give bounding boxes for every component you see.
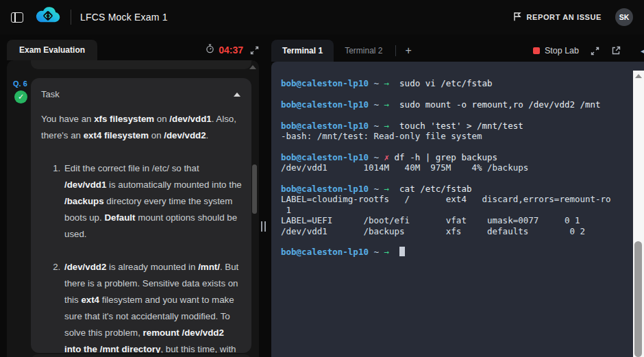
exam-tab-row: Exam Evaluation 04:37 [7, 40, 259, 60]
expand-panel-icon[interactable] [250, 46, 259, 55]
kodekloud-logo-icon [34, 5, 62, 29]
tab-divider [395, 45, 396, 56]
terminal-line: bob@caleston-lp10 ~ → [281, 247, 630, 257]
timer-value: 04:37 [219, 45, 243, 56]
task-step: /dev/vdd2 is already mounted in /mnt/. B… [63, 259, 242, 353]
report-an-issue-button[interactable]: REPORT AN ISSUE [513, 12, 602, 23]
topbar-divider [71, 10, 71, 25]
collapse-caret-icon[interactable] [234, 93, 240, 97]
question-number: Q. 6 [13, 79, 27, 88]
terminal-scroll-up-icon[interactable] [635, 74, 642, 78]
terminal-line [281, 236, 630, 247]
next-question-card-edge [31, 354, 251, 357]
task-paragraph: You have an xfs filesystem on /dev/vdd1.… [41, 111, 242, 144]
terminal-screen[interactable]: bob@caleston-lp10 ~ → sudo vi /etc/fstab… [271, 62, 644, 357]
terminal-line [281, 110, 630, 120]
fullscreen-icon[interactable] [591, 47, 599, 56]
terminal-line: bob@caleston-lp10 ~ ✗ df -h | grep backu… [281, 152, 630, 162]
previous-question-card-edge [31, 60, 251, 69]
terminal-line: /dev/vdd1 1014M 40M 975M 4% /backups [281, 162, 630, 173]
open-in-new-window-icon[interactable] [611, 46, 621, 56]
terminal-line: bob@caleston-lp10 ~ → sudo vi /etc/fstab [281, 78, 630, 88]
flag-icon [513, 12, 521, 23]
stop-lab-label: Stop Lab [545, 46, 579, 56]
terminal-line: LABEL=cloudimg-rootfs / ext4 discard,err… [281, 194, 630, 204]
task-steps: Edit the correct file in /etc/ so that /… [41, 160, 242, 353]
task-step: Edit the correct file in /etc/ so that /… [63, 160, 242, 243]
exam-panel: Q. 6 ✓ Task You have an xfs filesystem o… [7, 60, 259, 357]
terminal-line: 1 [281, 205, 630, 215]
stopwatch-icon [206, 44, 214, 56]
terminal-line: LABEL=UEFI /boot/efi vfat umask=0077 0 1 [281, 215, 630, 225]
terminal-line: /dev/vdd1 /backups xfs defaults 0 2 [281, 226, 630, 236]
panel-resize-handle[interactable] [261, 221, 267, 232]
stop-lab-button[interactable]: Stop Lab [533, 46, 579, 56]
terminal-line [281, 88, 630, 99]
task-card-title: Task [41, 89, 60, 99]
question-solved-check-icon: ✓ [14, 90, 27, 103]
terminal-output[interactable]: bob@caleston-lp10 ~ → sudo vi /etc/fstab… [281, 78, 630, 357]
top-bar: LFCS Mock Exam 1 REPORT AN ISSUE SK [0, 0, 644, 34]
add-terminal-button[interactable]: + [397, 45, 420, 57]
terminal-tab-row: Terminal 1 Terminal 2 + Stop Lab ◂ [271, 40, 644, 62]
terminal-line [281, 173, 630, 184]
task-description: You have an xfs filesystem on /dev/vdd1.… [31, 99, 251, 353]
panel-scrollbar[interactable] [252, 164, 257, 214]
terminal-scrollbar-track[interactable] [633, 71, 644, 357]
exam-timer: 04:37 [206, 44, 243, 56]
terminal-line: bob@caleston-lp10 ~ → touch 'test' > /mn… [281, 121, 630, 131]
tab-terminal-1[interactable]: Terminal 1 [271, 40, 334, 62]
terminal-cursor [399, 247, 405, 256]
panel-scroll-up-icon[interactable] [249, 65, 256, 69]
avatar[interactable]: SK [615, 8, 633, 26]
app-window: LFCS Mock Exam 1 REPORT AN ISSUE SK Exam… [0, 0, 644, 357]
sidebar-toggle-icon[interactable] [11, 12, 23, 23]
task-card: Task You have an xfs filesystem on /dev/… [31, 78, 251, 353]
terminal-line: bob@caleston-lp10 ~ → cat /etc/fstab [281, 184, 630, 194]
stop-square-icon [533, 47, 540, 54]
tab-exam-evaluation[interactable]: Exam Evaluation [7, 40, 97, 60]
report-an-issue-label: REPORT AN ISSUE [527, 13, 602, 21]
tab-terminal-2[interactable]: Terminal 2 [334, 40, 393, 62]
clipped-edge-icon[interactable]: ◂ [641, 47, 644, 54]
page-title: LFCS Mock Exam 1 [80, 12, 168, 23]
terminal-scrollbar-thumb[interactable] [634, 241, 642, 357]
terminal-line [281, 141, 630, 151]
terminal-line: -bash: /mnt/test: Read-only file system [281, 131, 630, 141]
terminal-line: bob@caleston-lp10 ~ → sudo mount -o remo… [281, 99, 630, 110]
